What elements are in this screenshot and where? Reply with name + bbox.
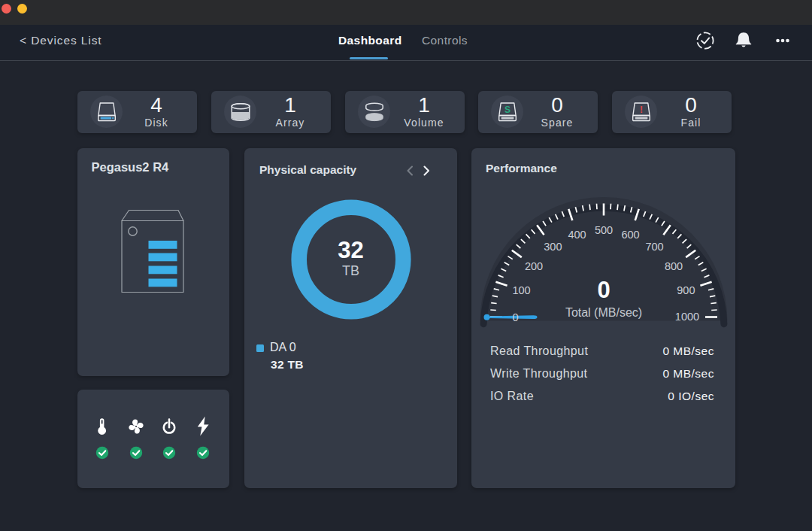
svg-text:400: 400 [568, 229, 586, 241]
svg-text:S: S [504, 105, 510, 115]
svg-text:100: 100 [512, 284, 530, 296]
svg-text:500: 500 [595, 224, 613, 236]
svg-text:200: 200 [525, 260, 543, 272]
svg-text:900: 900 [677, 284, 695, 296]
svg-text:300: 300 [544, 241, 562, 253]
svg-text:700: 700 [645, 241, 663, 253]
svg-text:600: 600 [621, 229, 639, 241]
svg-text:!: ! [640, 105, 643, 115]
svg-text:800: 800 [665, 260, 683, 272]
svg-text:0: 0 [597, 277, 610, 303]
svg-text:0: 0 [512, 311, 518, 323]
svg-text:Total (MB/sec): Total (MB/sec) [565, 306, 642, 319]
svg-text:1000: 1000 [675, 311, 699, 323]
